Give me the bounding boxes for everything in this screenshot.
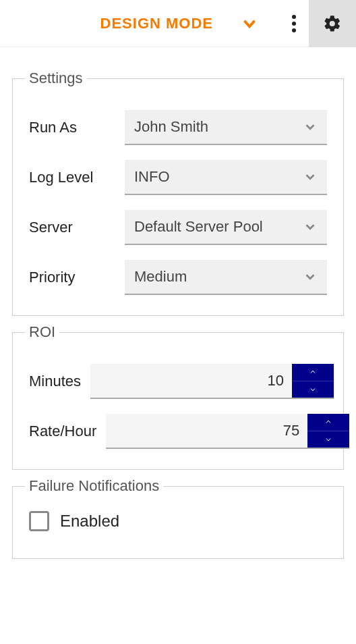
gear-icon bbox=[323, 14, 342, 33]
run-as-select[interactable]: John Smith bbox=[125, 110, 327, 145]
mode-title: DESIGN MODE bbox=[100, 15, 213, 32]
triangle-up-icon bbox=[323, 418, 334, 426]
minutes-label: Minutes bbox=[29, 373, 81, 390]
server-select[interactable]: Default Server Pool bbox=[125, 210, 327, 245]
log-level-label: Log Level bbox=[29, 169, 115, 186]
rate-row: Rate/Hour bbox=[29, 414, 327, 449]
failure-notifications-fieldset: Failure Notifications Enabled bbox=[12, 486, 344, 559]
priority-select[interactable]: Medium bbox=[125, 260, 327, 295]
minutes-spinner bbox=[90, 364, 334, 399]
rate-spinner bbox=[106, 414, 349, 449]
roi-legend: ROI bbox=[25, 323, 59, 341]
minutes-decrement-button[interactable] bbox=[292, 381, 334, 398]
mode-dropdown-toggle[interactable] bbox=[240, 14, 259, 33]
rate-decrement-button[interactable] bbox=[307, 431, 349, 448]
rate-spinner-buttons bbox=[307, 414, 349, 448]
failure-notifications-legend: Failure Notifications bbox=[25, 477, 163, 495]
triangle-up-icon bbox=[307, 368, 318, 376]
run-as-row: Run As John Smith bbox=[29, 110, 327, 145]
chevron-down-icon bbox=[303, 119, 318, 134]
minutes-increment-button[interactable] bbox=[292, 364, 334, 381]
rate-input[interactable] bbox=[106, 414, 307, 448]
triangle-down-icon bbox=[323, 435, 334, 444]
settings-button[interactable] bbox=[309, 0, 356, 47]
chevron-down-icon bbox=[303, 219, 318, 234]
minutes-input[interactable] bbox=[90, 364, 292, 398]
chevron-down-icon bbox=[241, 15, 258, 32]
run-as-label: Run As bbox=[29, 119, 115, 136]
enabled-checkbox[interactable] bbox=[29, 511, 49, 531]
rate-label: Rate/Hour bbox=[29, 423, 96, 440]
server-value: Default Server Pool bbox=[134, 218, 263, 236]
log-level-value: INFO bbox=[134, 168, 170, 186]
priority-label: Priority bbox=[29, 269, 115, 286]
triangle-down-icon bbox=[307, 385, 318, 394]
content-area: Settings Run As John Smith Log Level INF… bbox=[0, 47, 356, 559]
minutes-spinner-buttons bbox=[292, 364, 334, 398]
roi-fieldset: ROI Minutes Rate/Hour bbox=[12, 332, 344, 470]
chevron-down-icon bbox=[303, 269, 318, 284]
settings-legend: Settings bbox=[25, 70, 87, 87]
settings-fieldset: Settings Run As John Smith Log Level INF… bbox=[12, 78, 344, 316]
server-row: Server Default Server Pool bbox=[29, 210, 327, 245]
kebab-icon bbox=[292, 15, 296, 32]
server-label: Server bbox=[29, 219, 115, 236]
rate-increment-button[interactable] bbox=[307, 414, 349, 431]
minutes-row: Minutes bbox=[29, 364, 327, 399]
enabled-row: Enabled bbox=[29, 511, 327, 531]
more-menu-button[interactable] bbox=[279, 0, 309, 47]
enabled-label: Enabled bbox=[60, 512, 119, 531]
log-level-select[interactable]: INFO bbox=[125, 160, 327, 195]
chevron-down-icon bbox=[303, 169, 318, 184]
topbar: DESIGN MODE bbox=[0, 0, 356, 47]
priority-row: Priority Medium bbox=[29, 260, 327, 295]
run-as-value: John Smith bbox=[134, 118, 208, 136]
priority-value: Medium bbox=[134, 268, 187, 286]
log-level-row: Log Level INFO bbox=[29, 160, 327, 195]
